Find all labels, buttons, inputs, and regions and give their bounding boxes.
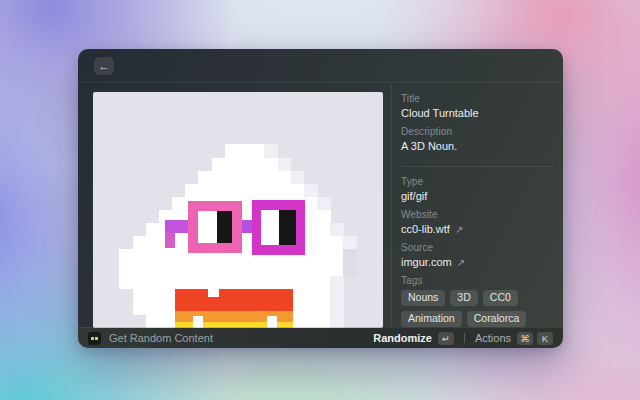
metadata-sidebar: TitleCloud TurntableDescriptionA 3D Noun… xyxy=(392,84,563,327)
field-label: Source xyxy=(401,242,555,253)
metadata-field: Typegif/gif xyxy=(401,176,555,202)
action-bar: Get Random Content Randomize ↵ Actions ⌘… xyxy=(78,327,563,348)
tag-chip: CC0 xyxy=(483,290,518,306)
shortcut-key-icon: ⌘ xyxy=(517,332,533,345)
actions-label: Actions xyxy=(475,332,511,344)
app-window: ← TitleCloud TurntableDescriptionA 3D No… xyxy=(78,49,563,348)
external-link-icon: ↗ xyxy=(455,224,463,235)
tag-chip: 3D xyxy=(450,290,477,306)
action-bar-separator xyxy=(464,333,465,343)
tags-list: Nouns3DCC0AnimationCoralorca xyxy=(401,290,555,327)
field-label: Website xyxy=(401,209,555,220)
return-key-icon: ↵ xyxy=(438,332,454,345)
metadata-field: Sourceimgur.com↗ xyxy=(401,242,555,268)
field-value[interactable]: cc0-lib.wtf↗ xyxy=(401,223,555,235)
back-arrow-icon: ← xyxy=(99,60,110,72)
cc0-lib-app-icon xyxy=(88,332,101,345)
external-link-icon: ↗ xyxy=(457,257,465,268)
content-area: TitleCloud TurntableDescriptionA 3D Noun… xyxy=(78,84,563,327)
tag-chip: Coralorca xyxy=(467,311,527,327)
cloud-noun-artwork xyxy=(93,92,383,328)
metadata-section: Typegif/gifWebsitecc0-lib.wtf↗Sourceimgu… xyxy=(401,166,555,327)
action-bar-right: Randomize ↵ Actions ⌘K xyxy=(373,332,553,345)
field-label: Type xyxy=(401,176,555,187)
field-value: gif/gif xyxy=(401,190,555,202)
field-label: Title xyxy=(401,93,555,104)
field-value: Cloud Turntable xyxy=(401,107,555,119)
metadata-field: DescriptionA 3D Noun. xyxy=(401,126,555,152)
content-image-panel xyxy=(93,92,383,328)
field-value: A 3D Noun. xyxy=(401,140,555,152)
actions-shortcut-keys: ⌘K xyxy=(517,332,553,345)
desktop-background: ← TitleCloud TurntableDescriptionA 3D No… xyxy=(0,0,640,400)
metadata-field: TitleCloud Turntable xyxy=(401,93,555,119)
tags-label: Tags xyxy=(401,275,555,286)
actions-button[interactable]: Actions ⌘K xyxy=(475,332,553,345)
metadata-section: TitleCloud TurntableDescriptionA 3D Noun… xyxy=(401,93,555,161)
back-button[interactable]: ← xyxy=(94,57,114,75)
field-value[interactable]: imgur.com↗ xyxy=(401,256,555,268)
window-header: ← xyxy=(78,49,563,83)
metadata-field: Websitecc0-lib.wtf↗ xyxy=(401,209,555,235)
randomize-button[interactable]: Randomize ↵ xyxy=(373,332,454,345)
tag-chip: Nouns xyxy=(401,290,445,306)
tag-chip: Animation xyxy=(401,311,462,327)
field-label: Description xyxy=(401,126,555,137)
shortcut-key-icon: K xyxy=(537,332,553,345)
status-text: Get Random Content xyxy=(109,332,365,344)
randomize-label: Randomize xyxy=(373,332,432,344)
